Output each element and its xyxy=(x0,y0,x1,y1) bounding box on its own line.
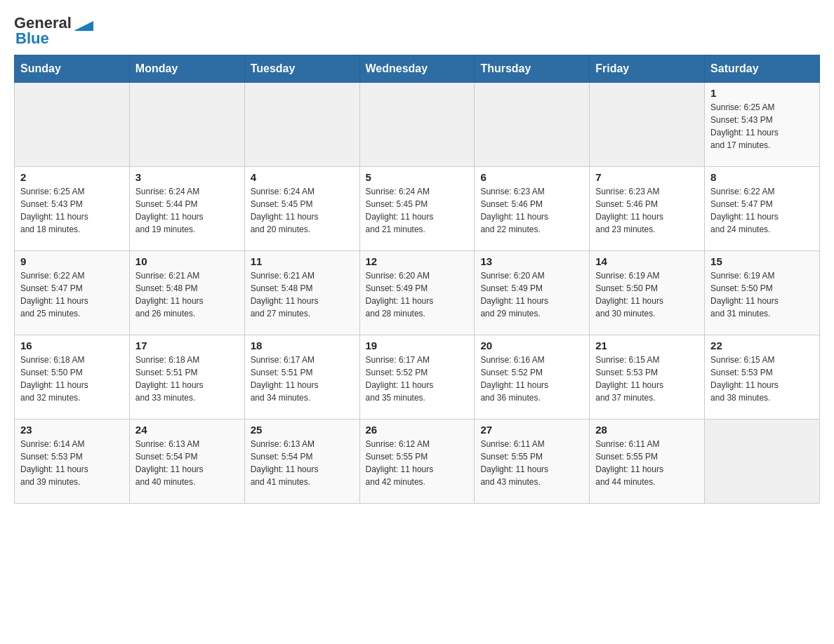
day-info: Sunrise: 6:17 AM Sunset: 5:51 PM Dayligh… xyxy=(251,354,354,404)
calendar-week-row: 23Sunrise: 6:14 AM Sunset: 5:53 PM Dayli… xyxy=(15,420,820,504)
calendar-header-row: SundayMondayTuesdayWednesdayThursdayFrid… xyxy=(15,55,820,83)
day-info: Sunrise: 6:15 AM Sunset: 5:53 PM Dayligh… xyxy=(710,354,814,404)
day-info: Sunrise: 6:14 AM Sunset: 5:53 PM Dayligh… xyxy=(20,438,124,488)
day-info: Sunrise: 6:11 AM Sunset: 5:55 PM Dayligh… xyxy=(595,438,699,488)
calendar-cell: 17Sunrise: 6:18 AM Sunset: 5:51 PM Dayli… xyxy=(129,335,244,420)
day-number: 12 xyxy=(366,255,469,267)
day-number: 13 xyxy=(480,255,583,267)
day-info: Sunrise: 6:24 AM Sunset: 5:45 PM Dayligh… xyxy=(366,185,469,236)
day-info: Sunrise: 6:20 AM Sunset: 5:49 PM Dayligh… xyxy=(480,269,583,320)
weekday-header-saturday: Saturday xyxy=(705,55,820,83)
calendar-cell: 21Sunrise: 6:15 AM Sunset: 5:53 PM Dayli… xyxy=(590,335,705,420)
day-number: 28 xyxy=(595,424,699,436)
logo-blue-text: Blue xyxy=(14,29,49,48)
day-number: 17 xyxy=(135,340,239,351)
calendar-cell: 5Sunrise: 6:24 AM Sunset: 5:45 PM Daylig… xyxy=(359,167,475,251)
day-info: Sunrise: 6:23 AM Sunset: 5:46 PM Dayligh… xyxy=(595,185,699,236)
calendar-cell: 11Sunrise: 6:21 AM Sunset: 5:48 PM Dayli… xyxy=(244,251,359,335)
calendar-week-row: 16Sunrise: 6:18 AM Sunset: 5:50 PM Dayli… xyxy=(15,335,820,420)
day-number: 2 xyxy=(20,171,124,183)
calendar-cell: 23Sunrise: 6:14 AM Sunset: 5:53 PM Dayli… xyxy=(15,420,130,504)
day-number: 22 xyxy=(710,340,814,351)
weekday-header-monday: Monday xyxy=(129,55,244,83)
calendar-cell: 8Sunrise: 6:22 AM Sunset: 5:47 PM Daylig… xyxy=(705,167,820,251)
day-number: 7 xyxy=(595,171,699,183)
calendar-cell: 24Sunrise: 6:13 AM Sunset: 5:54 PM Dayli… xyxy=(129,420,244,504)
day-number: 4 xyxy=(251,171,354,183)
day-info: Sunrise: 6:13 AM Sunset: 5:54 PM Dayligh… xyxy=(135,438,239,488)
calendar-cell: 4Sunrise: 6:24 AM Sunset: 5:45 PM Daylig… xyxy=(244,167,359,251)
calendar-cell xyxy=(129,83,244,167)
weekday-header-tuesday: Tuesday xyxy=(244,55,359,83)
calendar-cell xyxy=(244,83,359,167)
logo: General Blue xyxy=(14,14,93,48)
calendar-cell: 20Sunrise: 6:16 AM Sunset: 5:52 PM Dayli… xyxy=(475,335,590,420)
calendar-table: SundayMondayTuesdayWednesdayThursdayFrid… xyxy=(14,55,820,504)
calendar-cell: 12Sunrise: 6:20 AM Sunset: 5:49 PM Dayli… xyxy=(359,251,475,335)
page-header: General Blue xyxy=(14,14,820,48)
day-info: Sunrise: 6:19 AM Sunset: 5:50 PM Dayligh… xyxy=(710,269,814,320)
calendar-cell: 14Sunrise: 6:19 AM Sunset: 5:50 PM Dayli… xyxy=(590,251,705,335)
day-number: 19 xyxy=(366,340,469,351)
weekday-header-wednesday: Wednesday xyxy=(359,55,475,83)
calendar-cell xyxy=(359,83,475,167)
calendar-cell: 26Sunrise: 6:12 AM Sunset: 5:55 PM Dayli… xyxy=(359,420,475,504)
calendar-cell: 19Sunrise: 6:17 AM Sunset: 5:52 PM Dayli… xyxy=(359,335,475,420)
day-number: 3 xyxy=(135,171,239,183)
day-info: Sunrise: 6:18 AM Sunset: 5:51 PM Dayligh… xyxy=(135,354,239,404)
calendar-cell xyxy=(15,83,130,167)
day-info: Sunrise: 6:23 AM Sunset: 5:46 PM Dayligh… xyxy=(480,185,583,236)
day-info: Sunrise: 6:13 AM Sunset: 5:54 PM Dayligh… xyxy=(251,438,354,488)
day-number: 14 xyxy=(595,255,699,267)
day-number: 8 xyxy=(710,171,814,183)
day-info: Sunrise: 6:20 AM Sunset: 5:49 PM Dayligh… xyxy=(366,269,469,320)
day-info: Sunrise: 6:11 AM Sunset: 5:55 PM Dayligh… xyxy=(480,438,583,488)
day-number: 15 xyxy=(710,255,814,267)
day-info: Sunrise: 6:16 AM Sunset: 5:52 PM Dayligh… xyxy=(480,354,583,404)
calendar-cell: 18Sunrise: 6:17 AM Sunset: 5:51 PM Dayli… xyxy=(244,335,359,420)
day-number: 20 xyxy=(480,340,583,351)
day-number: 21 xyxy=(595,340,699,351)
day-info: Sunrise: 6:21 AM Sunset: 5:48 PM Dayligh… xyxy=(135,269,239,320)
calendar-cell: 7Sunrise: 6:23 AM Sunset: 5:46 PM Daylig… xyxy=(590,167,705,251)
calendar-cell: 9Sunrise: 6:22 AM Sunset: 5:47 PM Daylig… xyxy=(15,251,130,335)
calendar-week-row: 2Sunrise: 6:25 AM Sunset: 5:43 PM Daylig… xyxy=(15,167,820,251)
logo-icon xyxy=(74,15,93,31)
calendar-cell: 27Sunrise: 6:11 AM Sunset: 5:55 PM Dayli… xyxy=(475,420,590,504)
calendar-cell: 10Sunrise: 6:21 AM Sunset: 5:48 PM Dayli… xyxy=(129,251,244,335)
weekday-header-friday: Friday xyxy=(590,55,705,83)
calendar-week-row: 1Sunrise: 6:25 AM Sunset: 5:43 PM Daylig… xyxy=(15,83,820,167)
day-info: Sunrise: 6:24 AM Sunset: 5:45 PM Dayligh… xyxy=(251,185,354,236)
day-info: Sunrise: 6:19 AM Sunset: 5:50 PM Dayligh… xyxy=(595,269,699,320)
calendar-cell: 15Sunrise: 6:19 AM Sunset: 5:50 PM Dayli… xyxy=(705,251,820,335)
weekday-header-thursday: Thursday xyxy=(475,55,590,83)
calendar-cell: 6Sunrise: 6:23 AM Sunset: 5:46 PM Daylig… xyxy=(475,167,590,251)
day-info: Sunrise: 6:18 AM Sunset: 5:50 PM Dayligh… xyxy=(20,354,124,404)
calendar-cell: 22Sunrise: 6:15 AM Sunset: 5:53 PM Dayli… xyxy=(705,335,820,420)
calendar-cell: 16Sunrise: 6:18 AM Sunset: 5:50 PM Dayli… xyxy=(15,335,130,420)
day-number: 11 xyxy=(251,255,354,267)
calendar-cell: 1Sunrise: 6:25 AM Sunset: 5:43 PM Daylig… xyxy=(705,83,820,167)
calendar-cell: 13Sunrise: 6:20 AM Sunset: 5:49 PM Dayli… xyxy=(475,251,590,335)
calendar-cell: 25Sunrise: 6:13 AM Sunset: 5:54 PM Dayli… xyxy=(244,420,359,504)
day-info: Sunrise: 6:12 AM Sunset: 5:55 PM Dayligh… xyxy=(366,438,469,488)
day-number: 25 xyxy=(251,424,354,436)
day-info: Sunrise: 6:21 AM Sunset: 5:48 PM Dayligh… xyxy=(251,269,354,320)
day-number: 1 xyxy=(710,87,814,99)
day-number: 27 xyxy=(480,424,583,436)
day-number: 24 xyxy=(135,424,239,436)
day-info: Sunrise: 6:17 AM Sunset: 5:52 PM Dayligh… xyxy=(366,354,469,404)
weekday-header-sunday: Sunday xyxy=(15,55,130,83)
calendar-cell xyxy=(705,420,820,504)
calendar-cell: 3Sunrise: 6:24 AM Sunset: 5:44 PM Daylig… xyxy=(129,167,244,251)
day-number: 10 xyxy=(135,255,239,267)
day-number: 5 xyxy=(366,171,469,183)
day-info: Sunrise: 6:22 AM Sunset: 5:47 PM Dayligh… xyxy=(710,185,814,236)
day-number: 16 xyxy=(20,340,124,351)
day-number: 6 xyxy=(480,171,583,183)
day-info: Sunrise: 6:22 AM Sunset: 5:47 PM Dayligh… xyxy=(20,269,124,320)
calendar-cell xyxy=(475,83,590,167)
day-info: Sunrise: 6:15 AM Sunset: 5:53 PM Dayligh… xyxy=(595,354,699,404)
svg-marker-0 xyxy=(74,21,93,31)
calendar-cell: 28Sunrise: 6:11 AM Sunset: 5:55 PM Dayli… xyxy=(590,420,705,504)
